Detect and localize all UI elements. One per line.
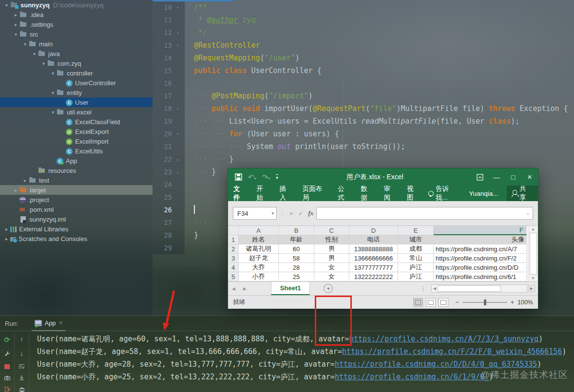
enter-formula-icon[interactable]: ✓ — [298, 210, 304, 217]
chevron-down-icon[interactable]: ▾ — [3, 2, 10, 8]
insert-function-icon[interactable]: fx — [308, 209, 314, 217]
tree-item-user[interactable]: CUser — [0, 97, 153, 107]
save-icon[interactable] — [235, 173, 242, 181]
cell-F3[interactable]: https://profile.csdnimg.cn/F/2 — [434, 254, 527, 263]
stop-icon[interactable] — [4, 364, 10, 369]
avatar-url-link[interactable]: https://profile.csdnimg.cn/F/2/F/0_weixi… — [342, 347, 562, 356]
formula-expand-icon[interactable]: ⌄ — [526, 211, 533, 216]
close-icon[interactable]: × — [521, 172, 538, 182]
minimize-icon[interactable]: — — [488, 173, 505, 181]
tree-item-main[interactable]: ▾main — [0, 39, 153, 49]
chevron-right-icon[interactable]: ▸ — [12, 22, 19, 27]
prev-sheet-icon[interactable]: ◀ — [228, 286, 239, 291]
cell-B5[interactable]: 25 — [279, 272, 314, 281]
code-line-22[interactable]: 22▴··· ··· } — [153, 153, 574, 166]
chevron-down-icon[interactable]: ▾ — [40, 61, 47, 66]
chevron-down-icon[interactable]: ▾ — [21, 41, 29, 47]
cell-A1[interactable]: 姓名 — [239, 235, 279, 244]
tree-item-com-zyq[interactable]: ▾com.zyq — [0, 58, 153, 68]
normal-view-icon[interactable] — [413, 298, 423, 307]
cell-A2[interactable]: 诸葛孔明 — [239, 244, 279, 254]
cell-A4[interactable]: 大乔 — [239, 263, 279, 272]
cell-A5[interactable]: 小乔 — [239, 272, 279, 281]
sheet-tab-sheet1[interactable]: Sheet1 — [271, 282, 310, 295]
cell-B4[interactable]: 28 — [279, 263, 314, 272]
avatar-url-link[interactable]: https://profile.csdnimg.cn/6/1/9/0_ — [335, 373, 489, 381]
fold-marker-icon[interactable]: ▴ — [172, 153, 184, 166]
cell-C3[interactable]: 男 — [314, 254, 349, 263]
excel-titlebar[interactable]: ↶▾ ↷▾ ▾ 用户表.xlsx - Excel — □ × — [228, 168, 538, 186]
tree-item-pom-xml[interactable]: mpom.xml — [0, 205, 153, 214]
ribbon-tab-2[interactable]: 开始 — [251, 186, 274, 201]
cell-D3[interactable]: 13666666666 — [349, 254, 398, 263]
column-header-C[interactable]: C — [314, 226, 349, 235]
row-header-3[interactable]: 3 — [228, 254, 239, 263]
code-line-16[interactable]: 16 — [153, 77, 574, 90]
zoom-out-icon[interactable]: − — [455, 299, 459, 306]
code-line-21[interactable]: 21··· ··· ··· System out println(user to… — [153, 140, 574, 153]
tell-me-box[interactable]: 告诉我... — [424, 185, 463, 202]
row-header-4[interactable]: 4 — [228, 263, 239, 272]
code-line-11[interactable]: 11 * @author zyq — [153, 14, 574, 26]
tree-item-usercontroller[interactable]: CUserController — [0, 78, 153, 88]
ribbon-tab-8[interactable]: 视图 — [402, 186, 424, 201]
tree-item-settings[interactable]: ▸.settings — [0, 19, 153, 29]
share-button[interactable]: 共享 — [507, 186, 538, 201]
undo-icon[interactable]: ↶▾ — [248, 173, 256, 182]
cell-A3[interactable]: 赵子龙 — [239, 254, 279, 263]
ribbon-tab-5[interactable]: 公式 — [332, 186, 355, 201]
close-tab-icon[interactable]: × — [59, 319, 63, 326]
scroll-to-end-icon[interactable] — [19, 375, 25, 380]
cell-F1[interactable]: 头像 — [434, 235, 527, 244]
cell-E2[interactable]: 成都 — [398, 244, 434, 254]
tree-item-test[interactable]: ▸test — [0, 175, 153, 185]
cell-D1[interactable]: 电话 — [349, 235, 398, 244]
tree-item-scratches[interactable]: ▸Scratches and Consoles — [0, 234, 153, 243]
chevron-right-icon[interactable]: ▸ — [3, 226, 10, 232]
new-sheet-icon[interactable]: + — [324, 284, 333, 293]
tree-item-app[interactable]: CApp — [0, 156, 153, 166]
chevron-right-icon[interactable]: ▸ — [3, 236, 10, 242]
fold-marker-icon[interactable]: ▴ — [172, 26, 184, 39]
chevron-down-icon[interactable]: ▾ — [12, 32, 19, 37]
column-header-A[interactable]: A — [239, 226, 279, 235]
rerun-icon[interactable]: ⟳ — [4, 336, 10, 344]
code-line-10[interactable]: 10▾/** — [153, 1, 574, 14]
column-header-B[interactable]: B — [279, 226, 314, 235]
tree-item-java[interactable]: ▾java — [0, 49, 153, 58]
account-name[interactable]: Yuanqia... — [464, 186, 504, 201]
tree-item-dot-project[interactable]: .project — [0, 195, 153, 205]
code-line-20[interactable]: 20▾··· ··· for (User user : users) { — [153, 128, 574, 140]
zoom-in-icon[interactable]: + — [511, 299, 514, 306]
ribbon-display-options-icon[interactable] — [472, 174, 488, 181]
row-header-5[interactable]: 5 — [228, 272, 239, 281]
down-stack-icon[interactable]: ↓ — [20, 350, 23, 357]
chevron-down-icon[interactable]: ▾ — [49, 110, 57, 115]
chevron-down-icon[interactable]: ▾ — [31, 51, 38, 56]
scroll-right-icon[interactable]: ▶ — [528, 285, 535, 292]
fold-marker-icon[interactable]: ▾ — [172, 102, 184, 115]
code-line-14[interactable]: 14@RequestMapping("/user") — [153, 52, 574, 64]
column-header-E[interactable]: E — [398, 226, 434, 235]
code-line-19[interactable]: 19··· ··· List<User> users = ExcelUtils … — [153, 115, 574, 128]
tree-item-util-excel[interactable]: ▾util.excel — [0, 107, 153, 117]
fold-marker-icon[interactable]: ▾ — [172, 39, 184, 52]
chevron-right-icon[interactable]: ▸ — [12, 187, 19, 193]
camera-icon[interactable] — [4, 375, 11, 381]
cell-E3[interactable]: 常山 — [398, 254, 434, 263]
ribbon-tab-3[interactable]: 插入 — [274, 186, 297, 201]
cell-F5[interactable]: https://profile.csdnimg.cn/6/1 — [434, 272, 527, 281]
code-line-13[interactable]: 13▾@RestController — [153, 39, 574, 52]
row-header-1[interactable]: 1 — [228, 235, 239, 244]
tree-item-controller[interactable]: ▾controller — [0, 68, 153, 78]
settings-wrench-icon[interactable] — [4, 351, 11, 357]
tree-item-excelexport[interactable]: @ExcelExport — [0, 127, 153, 136]
page-break-view-icon[interactable] — [439, 298, 448, 307]
column-header-D[interactable]: D — [349, 226, 398, 235]
exit-icon[interactable] — [4, 387, 11, 392]
ribbon-tab-1[interactable]: 文件 — [228, 186, 251, 201]
code-line-15[interactable]: 15public class UserController { — [153, 64, 574, 77]
page-layout-view-icon[interactable] — [426, 298, 436, 307]
soft-wrap-icon[interactable] — [18, 364, 25, 369]
cell-E4[interactable]: 庐江 — [398, 263, 434, 272]
